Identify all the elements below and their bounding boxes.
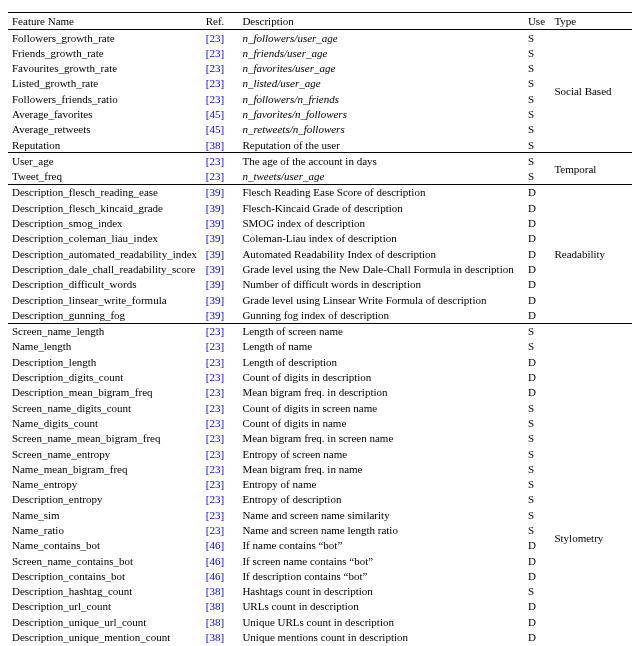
ref-link[interactable]: [45] <box>206 108 224 120</box>
ref-link[interactable]: [23] <box>206 170 224 182</box>
cell-desc: n_listed/user_age <box>238 76 523 91</box>
cell-ref: [38] <box>202 584 239 599</box>
ref-link[interactable]: [23] <box>206 62 224 74</box>
cell-desc: If name contains “bot” <box>238 538 523 553</box>
table-row: Description_gunning_fog[39]Gunning fog i… <box>8 307 632 323</box>
cell-desc: Reputation of the user <box>238 137 523 153</box>
cell-use: D <box>524 292 551 307</box>
cell-ref: [23] <box>202 354 239 369</box>
cell-feature: Average_favorites <box>8 106 202 121</box>
cell-desc: n_retweets/n_followers <box>238 122 523 137</box>
cell-desc: n_friends/user_age <box>238 45 523 60</box>
cell-desc: URLs count in description <box>238 599 523 614</box>
cell-ref: [23] <box>202 523 239 538</box>
ref-link[interactable]: [46] <box>206 555 224 567</box>
table-row: Screen_name_entropy[23]Entropy of screen… <box>8 446 632 461</box>
ref-link[interactable]: [23] <box>206 448 224 460</box>
ref-link[interactable]: [23] <box>206 155 224 167</box>
cell-feature: Name_digits_count <box>8 415 202 430</box>
cell-use: S <box>524 492 551 507</box>
cell-use: S <box>524 507 551 522</box>
table-row: Description_hashtag_count[38]Hashtags co… <box>8 584 632 599</box>
ref-link[interactable]: [23] <box>206 47 224 59</box>
ref-link[interactable]: [38] <box>206 616 224 628</box>
cell-desc: Mean bigram freq. in screen name <box>238 431 523 446</box>
ref-link[interactable]: [39] <box>206 278 224 290</box>
cell-feature: Description_length <box>8 354 202 369</box>
ref-link[interactable]: [39] <box>206 294 224 306</box>
cell-ref: [39] <box>202 246 239 261</box>
cell-desc: n_followers/n_friends <box>238 91 523 106</box>
ref-link[interactable]: [38] <box>206 139 224 151</box>
ref-link[interactable]: [23] <box>206 402 224 414</box>
ref-link[interactable]: [23] <box>206 417 224 429</box>
cell-ref: [39] <box>202 216 239 231</box>
cell-ref: [23] <box>202 477 239 492</box>
cell-desc: Flesch-Kincaid Grade of description <box>238 200 523 215</box>
cell-ref: [38] <box>202 614 239 629</box>
cell-use: S <box>524 76 551 91</box>
cell-type: Temporal <box>550 153 632 185</box>
ref-link[interactable]: [23] <box>206 340 224 352</box>
ref-link[interactable]: [23] <box>206 77 224 89</box>
cell-use: S <box>524 339 551 354</box>
ref-link[interactable]: [23] <box>206 493 224 505</box>
cell-desc: Entropy of description <box>238 492 523 507</box>
cell-desc: Mean bigram freq. in name <box>238 461 523 476</box>
ref-link[interactable]: [46] <box>206 570 224 582</box>
table-row: Screen_name_contains_bot[46]If screen na… <box>8 553 632 568</box>
cell-use: S <box>524 431 551 446</box>
ref-link[interactable]: [39] <box>206 232 224 244</box>
cell-desc: Grade level using the New Dale-Chall For… <box>238 261 523 276</box>
ref-link[interactable]: [23] <box>206 93 224 105</box>
col-ref: Ref. <box>202 13 239 30</box>
table-row: Screen_name_length[23]Length of screen n… <box>8 323 632 339</box>
cell-ref: [23] <box>202 400 239 415</box>
cell-feature: Description_hashtag_count <box>8 584 202 599</box>
ref-link[interactable]: [23] <box>206 432 224 444</box>
ref-link[interactable]: [45] <box>206 123 224 135</box>
table-row: Description_linsear_write_formula[39]Gra… <box>8 292 632 307</box>
ref-link[interactable]: [23] <box>206 32 224 44</box>
cell-feature: Description_flesch_kincaid_grade <box>8 200 202 215</box>
ref-link[interactable]: [46] <box>206 539 224 551</box>
ref-link[interactable]: [38] <box>206 600 224 612</box>
ref-link[interactable]: [23] <box>206 509 224 521</box>
ref-link[interactable]: [23] <box>206 524 224 536</box>
ref-link[interactable]: [38] <box>206 631 224 643</box>
ref-link[interactable]: [39] <box>206 186 224 198</box>
ref-link[interactable]: [23] <box>206 463 224 475</box>
cell-feature: Name_entropy <box>8 477 202 492</box>
ref-link[interactable]: [39] <box>206 217 224 229</box>
table-row: Description_flesch_kincaid_grade[39]Fles… <box>8 200 632 215</box>
ref-link[interactable]: [39] <box>206 263 224 275</box>
ref-link[interactable]: [38] <box>206 585 224 597</box>
cell-desc: Gunning fog index of description <box>238 307 523 323</box>
cell-type: Social Based <box>550 30 632 153</box>
table-row: Screen_name_digits_count[23]Count of dig… <box>8 400 632 415</box>
cell-use: S <box>524 415 551 430</box>
cell-desc: If screen name contains “bot” <box>238 553 523 568</box>
cell-feature: Listed_growth_rate <box>8 76 202 91</box>
cell-ref: [23] <box>202 446 239 461</box>
ref-link[interactable]: [39] <box>206 202 224 214</box>
cell-desc: Mean bigram freq. in description <box>238 385 523 400</box>
cell-feature: Name_length <box>8 339 202 354</box>
ref-link[interactable]: [23] <box>206 371 224 383</box>
cell-use: S <box>524 30 551 46</box>
cell-ref: [46] <box>202 568 239 583</box>
cell-ref: [39] <box>202 277 239 292</box>
ref-link[interactable]: [23] <box>206 386 224 398</box>
cell-ref: [23] <box>202 461 239 476</box>
ref-link[interactable]: [23] <box>206 325 224 337</box>
ref-link[interactable]: [39] <box>206 248 224 260</box>
cell-use: D <box>524 385 551 400</box>
cell-ref: [39] <box>202 307 239 323</box>
cell-feature: Name_mean_bigram_freq <box>8 461 202 476</box>
cell-feature: Screen_name_digits_count <box>8 400 202 415</box>
ref-link[interactable]: [23] <box>206 356 224 368</box>
cell-ref: [23] <box>202 339 239 354</box>
table-row: Description_difficult_words[39]Number of… <box>8 277 632 292</box>
ref-link[interactable]: [23] <box>206 478 224 490</box>
ref-link[interactable]: [39] <box>206 309 224 321</box>
